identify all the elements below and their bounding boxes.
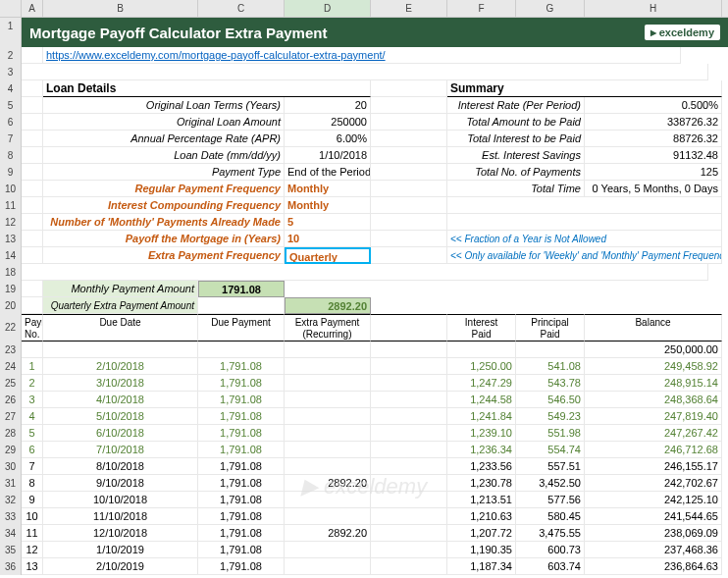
label-l2: Original Loan Amount (43, 114, 285, 131)
label-l9: Payoff the Mortgage in (Years) (43, 231, 285, 247)
col-due-payment: Due Payment (198, 314, 285, 342)
val-v9[interactable]: 10 (285, 231, 371, 247)
table-row: 34 11 12/10/2018 1,791.08 2892.20 1,207.… (0, 525, 728, 542)
table-row: 32 9 10/10/2018 1,791.08 1,213.51 577.56… (0, 492, 728, 508)
label-l7: Interest Compounding Frequency (43, 197, 285, 214)
val-v4[interactable]: 1/10/2018 (285, 147, 371, 164)
label-l8: Number of 'Monthly' Payments Already Mad… (43, 214, 285, 231)
label-l10: Extra Payment Frequency (43, 247, 285, 264)
table-row: 27 4 5/10/2018 1,791.08 1,241.84 549.23 … (0, 408, 728, 425)
extra-payment-label: Quarterly Extra Payment Amount (43, 297, 198, 314)
page-title: Mortgage Payoff Calculator Extra Payment (29, 25, 327, 41)
table-row: 36 13 2/10/2019 1,791.08 1,187.34 603.74… (0, 558, 728, 575)
table-row: 26 3 4/10/2018 1,791.08 1,244.58 546.50 … (0, 392, 728, 408)
table-row: 33 10 11/10/2018 1,791.08 1,210.63 580.4… (0, 508, 728, 525)
table-row: 25 2 3/10/2018 1,791.08 1,247.29 543.78 … (0, 375, 728, 392)
val-v6[interactable]: Monthly (285, 181, 371, 197)
label-l5: Payment Type (43, 164, 285, 181)
label-l1: Original Loan Terms (Years) (43, 97, 285, 114)
loan-details-header: Loan Details (43, 80, 371, 97)
column-headers: A B C D E F G H (0, 0, 728, 18)
extra-payment-value[interactable]: 2892.20 (285, 297, 371, 314)
col-principal: PrincipalPaid (516, 314, 585, 342)
table-row: 35 12 1/10/2019 1,791.08 1,190.35 600.73… (0, 542, 728, 558)
title-row: 1 Mortgage Payoff Calculator Extra Payme… (0, 18, 728, 47)
val-v5[interactable]: End of the Period (285, 164, 371, 181)
monthly-payment-value[interactable]: 1791.08 (198, 281, 285, 297)
table-row: 29 6 7/10/2018 1,791.08 1,236.34 554.74 … (0, 442, 728, 458)
label-l6: Regular Payment Frequency (43, 181, 285, 197)
summary-header: Summary (447, 80, 722, 97)
table-row: 30 7 8/10/2018 1,791.08 1,233.56 557.51 … (0, 458, 728, 475)
col-interest: InterestPaid (447, 314, 516, 342)
val-v2[interactable]: 250000 (285, 114, 371, 131)
col-due-date: Due Date (43, 314, 198, 342)
col-extra-payment: Extra Payment(Recurring) (285, 314, 371, 342)
val-v10[interactable]: Quarterly▾ (285, 247, 371, 264)
label-l3: Annual Percentage Rate (APR) (43, 131, 285, 147)
col-balance: Balance (585, 314, 722, 342)
label-l4: Loan Date (mm/dd/yy) (43, 147, 285, 164)
monthly-payment-label: Monthly Payment Amount (43, 281, 198, 297)
table-row: 31 8 9/10/2018 1,791.08 2892.20 1,230.78… (0, 475, 728, 492)
dropdown-icon[interactable]: ▾ (370, 249, 371, 264)
val-v7[interactable]: Monthly (285, 197, 371, 214)
val-v3[interactable]: 6.00% (285, 131, 371, 147)
table-row: 24 1 2/10/2018 1,791.08 1,250.00 541.08 … (0, 358, 728, 375)
val-v1[interactable]: 20 (285, 97, 371, 114)
start-balance: 250,000.00 (585, 342, 722, 358)
val-v8[interactable]: 5 (285, 214, 371, 231)
col-payment-no: PaymentNo. (22, 314, 43, 342)
table-row: 28 5 6/10/2018 1,791.08 1,239.10 551.98 … (0, 425, 728, 442)
logo: exceldemy (645, 25, 720, 40)
source-link[interactable]: https://www.exceldemy.com/mortgage-payof… (46, 49, 386, 61)
